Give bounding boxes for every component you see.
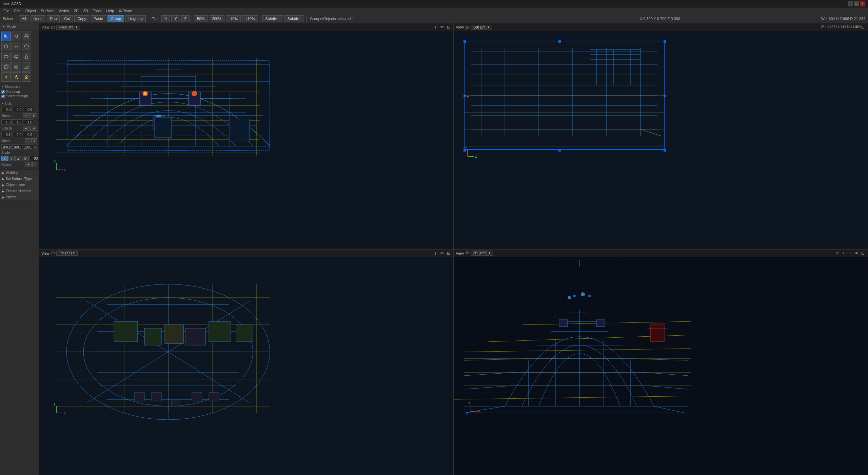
- utils-move-z-input[interactable]: [23, 132, 33, 137]
- utils-x2-input[interactable]: [1, 119, 12, 125]
- vp-3d-resize-icon[interactable]: ↕: [847, 251, 853, 256]
- vp-3d-add-icon[interactable]: +: [841, 251, 846, 256]
- vp-top-add-icon[interactable]: +: [427, 251, 432, 256]
- vp-left-type-btn[interactable]: Left (ZY) ▼: [471, 25, 492, 30]
- flip-z-button[interactable]: Z: [181, 15, 190, 22]
- menu-object[interactable]: Object: [23, 8, 38, 14]
- rotate-tool[interactable]: [12, 32, 21, 41]
- move-to-button[interactable]: ↵: [23, 113, 30, 118]
- cylinder-tool[interactable]: [12, 62, 21, 72]
- menu-tools[interactable]: Tools: [91, 8, 104, 14]
- close-button[interactable]: ✕: [860, 1, 865, 6]
- move-pos-button[interactable]: +: [31, 138, 37, 143]
- window-controls[interactable]: — □ ✕: [848, 1, 865, 6]
- size-to-button[interactable]: ↵: [23, 126, 30, 131]
- utils-move-x-input[interactable]: [1, 132, 12, 137]
- ungroup-button[interactable]: Ungroup: [125, 15, 146, 22]
- set-surface-header[interactable]: ▶ Set Surface Type: [0, 176, 39, 182]
- utils-y2-input[interactable]: [12, 119, 22, 125]
- menu-3d[interactable]: 3D: [81, 8, 90, 14]
- viewport-3d[interactable]: View 3D 3D (XYZ) ▼ ↺ + ↕ 👁 ⊡: [454, 249, 868, 475]
- utils-y1-input[interactable]: [12, 107, 22, 112]
- vp-top-resize-icon[interactable]: ↕: [433, 251, 438, 256]
- vp-top-maximize-icon[interactable]: ⊡: [446, 251, 451, 256]
- cut-button[interactable]: Cut: [61, 15, 73, 22]
- mode-section-header[interactable]: ▼ Mode: [0, 23, 39, 30]
- menu-edit[interactable]: Edit: [12, 8, 23, 14]
- utils-scale-x-input[interactable]: [1, 144, 12, 150]
- spot-light-tool[interactable]: [12, 72, 21, 82]
- utils-z1-input[interactable]: [23, 107, 33, 112]
- rotate-x-btn[interactable]: X: [1, 156, 8, 161]
- minimize-button[interactable]: —: [848, 1, 853, 6]
- vp-front-eye-icon[interactable]: 👁: [439, 24, 445, 30]
- size-to-button2[interactable]: ↵: [31, 126, 37, 131]
- vp-front-type-btn[interactable]: Front (XY) ▼: [56, 25, 80, 30]
- viewport-top[interactable]: View 2D Top (XZ) ▼ + ↕ 👁 ⊡: [39, 249, 454, 475]
- viewport-front-canvas[interactable]: X Y: [39, 31, 453, 249]
- subdiv-minus-button[interactable]: Subdiv -: [284, 15, 304, 22]
- object-name-header[interactable]: ▶ Object name: [0, 182, 39, 188]
- flip-y-button[interactable]: Y: [171, 15, 180, 22]
- maximize-button[interactable]: □: [854, 1, 859, 6]
- vp-front-resize-icon[interactable]: ↕: [433, 24, 438, 30]
- vp-3d-eye-icon[interactable]: 👁: [854, 251, 859, 256]
- wedge-tool[interactable]: [22, 62, 31, 72]
- vp-3d-maximize-icon[interactable]: ⊡: [860, 251, 866, 256]
- viewport-3d-canvas[interactable]: X Y: [454, 257, 868, 475]
- utils-z2-input[interactable]: [23, 119, 33, 125]
- vp-3d-type-btn[interactable]: 3D (XYZ) ▼: [471, 251, 493, 256]
- vp-left-maximize-icon[interactable]: ⊡: [860, 24, 866, 30]
- paste-button[interactable]: Paste: [91, 15, 106, 22]
- box-tool[interactable]: [1, 62, 11, 72]
- gridsnap-checkbox[interactable]: [1, 90, 5, 94]
- menu-file[interactable]: File: [1, 8, 12, 14]
- select-through-checkbox[interactable]: [1, 95, 5, 98]
- select-all-button[interactable]: All: [19, 15, 29, 22]
- arc-draw-tool[interactable]: [12, 42, 21, 51]
- menu-vertex[interactable]: Vertex: [56, 8, 71, 14]
- menu-2d[interactable]: 2D: [72, 8, 81, 14]
- pct-neg10-button[interactable]: -10%: [226, 15, 241, 22]
- copy-button[interactable]: Copy: [74, 15, 89, 22]
- rotate-pos-button[interactable]: +: [25, 162, 32, 167]
- flip-x-button[interactable]: X: [161, 15, 170, 22]
- move-to-button2[interactable]: ↵: [31, 113, 37, 118]
- visibility-header[interactable]: ▶ Visibility: [0, 170, 39, 176]
- ambient-light-tool[interactable]: [22, 72, 31, 82]
- menu-xplane[interactable]: X-Plane: [117, 8, 134, 14]
- move-neg-button[interactable]: -: [25, 138, 31, 143]
- rotate-c-btn[interactable]: C: [22, 156, 28, 161]
- extrude-tool[interactable]: [22, 32, 31, 41]
- utils-move-y-input[interactable]: [12, 132, 22, 137]
- select-arrow-tool[interactable]: [1, 32, 11, 41]
- viewport-left-canvas[interactable]: Y: [454, 31, 868, 249]
- polygon-draw-tool[interactable]: [22, 42, 31, 51]
- viewport-left[interactable]: View 2D Left (ZY) ▼ + ↕ 👁 ⊡ W 4.634 H 2.…: [454, 23, 868, 249]
- sphere-tool[interactable]: [12, 52, 21, 61]
- rotate-y-btn[interactable]: Y: [8, 156, 15, 161]
- menu-surface[interactable]: Surface: [39, 8, 56, 14]
- extrude-numeric-header[interactable]: ▶ Extrude Numeric: [0, 188, 39, 194]
- pct-200-button[interactable]: 200%: [209, 15, 224, 22]
- pct-50-button[interactable]: 50%: [194, 15, 208, 22]
- oval-tool[interactable]: [1, 52, 11, 61]
- rotate-val-input[interactable]: [29, 156, 39, 161]
- palette-header[interactable]: ▶ Palette: [0, 194, 39, 200]
- pct-plus10-button[interactable]: +10%: [242, 15, 258, 22]
- subdiv-plus-button[interactable]: Subdiv +: [262, 15, 283, 22]
- dup-button[interactable]: Dup: [47, 15, 60, 22]
- vp-3d-refresh-icon[interactable]: ↺: [834, 251, 840, 256]
- circle-draw-tool[interactable]: [1, 42, 11, 51]
- utils-x1-input[interactable]: [1, 107, 12, 112]
- point-light-tool[interactable]: [1, 72, 11, 82]
- rotate-neg-button[interactable]: -: [32, 162, 37, 167]
- menu-help[interactable]: Help: [104, 8, 116, 14]
- utils-scale-z-input[interactable]: [23, 144, 33, 150]
- group-button[interactable]: Group: [107, 15, 124, 22]
- viewport-front[interactable]: View 2D Front (XY) ▼ + ↕ 👁 ⊡: [39, 23, 454, 249]
- vp-front-add-icon[interactable]: +: [427, 24, 432, 30]
- vp-top-type-btn[interactable]: Top (XZ) ▼: [56, 251, 77, 256]
- cone-tool[interactable]: [22, 52, 31, 61]
- utils-scale-y-input[interactable]: [12, 144, 22, 150]
